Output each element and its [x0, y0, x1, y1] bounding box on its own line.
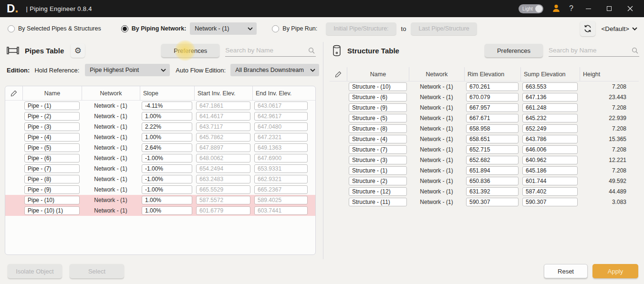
structure-sump-elev-input[interactable] — [522, 82, 578, 91]
pipe-name-input[interactable] — [24, 112, 80, 121]
pipe-end-elev-input[interactable] — [254, 122, 308, 131]
pipe-slope-input[interactable] — [142, 133, 192, 142]
profile-select[interactable]: <Default> — [601, 25, 637, 32]
pipe-start-elev-input[interactable] — [196, 196, 250, 204]
structure-sump-elev-input[interactable] — [522, 187, 578, 196]
structure-name-input[interactable] — [349, 93, 407, 101]
pipe-slope-input[interactable] — [142, 206, 192, 215]
pipe-slope-input[interactable] — [142, 112, 192, 121]
pipe-name-input[interactable] — [24, 196, 80, 204]
pipe-start-elev-input[interactable] — [196, 154, 250, 162]
structure-sump-elev-input[interactable] — [522, 177, 578, 185]
structure-sump-elev-input[interactable] — [522, 124, 578, 133]
apply-button[interactable]: Apply — [592, 264, 638, 278]
pipe-start-elev-input[interactable] — [196, 164, 250, 173]
pipes-settings-button[interactable]: ⚙ — [71, 43, 85, 58]
pipe-start-elev-input[interactable] — [196, 206, 250, 215]
pipe-end-elev-input[interactable] — [254, 154, 308, 162]
mode-by-selected[interactable]: By Selected Pipes & Structures — [8, 25, 101, 32]
hold-reference-select[interactable]: Pipe Highest Point — [85, 64, 170, 76]
pipe-end-elev-input[interactable] — [254, 164, 308, 173]
pipe-start-elev-input[interactable] — [196, 175, 250, 183]
structure-sump-elev-input[interactable] — [522, 145, 578, 154]
pipe-end-elev-input[interactable] — [254, 112, 308, 121]
structure-name-input[interactable] — [349, 114, 407, 122]
close-button[interactable] — [624, 4, 636, 13]
structure-name-input[interactable] — [349, 103, 407, 112]
pipe-end-elev-input[interactable] — [254, 143, 308, 152]
structure-rim-elev-input[interactable] — [466, 114, 519, 122]
mode-by-pipe-run[interactable]: By Pipe Run: — [272, 25, 317, 32]
pipes-search-input[interactable] — [225, 47, 316, 54]
structure-name-input[interactable] — [349, 145, 407, 154]
pipe-slope-input[interactable] — [142, 164, 192, 173]
structure-sump-elev-input[interactable] — [522, 135, 578, 143]
structure-name-input[interactable] — [349, 124, 407, 133]
refresh-button[interactable] — [580, 21, 595, 36]
maximize-button[interactable] — [603, 4, 615, 13]
pipe-end-elev-input[interactable] — [254, 185, 308, 194]
pipe-name-input[interactable] — [24, 185, 80, 194]
pipe-slope-input[interactable] — [142, 143, 192, 152]
pipe-start-elev-input[interactable] — [196, 143, 250, 152]
pipe-start-elev-input[interactable] — [196, 122, 250, 131]
structures-search-input[interactable] — [549, 47, 639, 54]
pipe-slope-input[interactable] — [142, 185, 192, 194]
structure-rim-elev-input[interactable] — [466, 177, 519, 185]
structure-name-input[interactable] — [349, 177, 407, 185]
pipe-start-elev-input[interactable] — [196, 133, 250, 142]
pipe-end-elev-input[interactable] — [254, 133, 308, 142]
isolate-object-button[interactable]: Isolate Object — [8, 264, 62, 278]
pipe-end-elev-input[interactable] — [254, 196, 308, 204]
radio-by-selected[interactable] — [8, 25, 15, 32]
radio-by-pipe-run[interactable] — [272, 25, 279, 32]
pipe-end-elev-input[interactable] — [254, 175, 308, 183]
structure-name-input[interactable] — [349, 135, 407, 143]
pipe-slope-input[interactable] — [142, 175, 192, 183]
structure-name-input[interactable] — [349, 166, 407, 175]
structure-sump-elev-input[interactable] — [522, 93, 578, 101]
pipe-slope-input[interactable] — [142, 101, 192, 110]
pipe-name-input[interactable] — [24, 122, 80, 131]
pipe-end-elev-input[interactable] — [254, 101, 308, 110]
pipe-slope-input[interactable] — [142, 154, 192, 162]
pipe-name-input[interactable] — [24, 143, 80, 152]
structure-rim-elev-input[interactable] — [466, 93, 519, 101]
structure-rim-elev-input[interactable] — [466, 103, 519, 112]
pipe-end-elev-input[interactable] — [254, 206, 308, 215]
pipe-start-elev-input[interactable] — [196, 101, 250, 110]
structure-rim-elev-input[interactable] — [466, 187, 519, 196]
structure-sump-elev-input[interactable] — [522, 156, 578, 164]
structure-name-input[interactable] — [349, 187, 407, 196]
pipe-start-elev-input[interactable] — [196, 185, 250, 194]
pipe-name-input[interactable] — [24, 154, 80, 162]
structure-rim-elev-input[interactable] — [466, 124, 519, 133]
structures-preferences-button[interactable]: Preferences — [485, 44, 543, 57]
pipe-name-input[interactable] — [24, 133, 80, 142]
structure-rim-elev-input[interactable] — [466, 198, 519, 206]
structure-name-input[interactable] — [349, 82, 407, 91]
pipe-slope-input[interactable] — [142, 196, 192, 204]
pipe-name-input[interactable] — [24, 101, 80, 110]
pipes-preferences-button[interactable]: Preferences — [161, 44, 219, 57]
mode-by-network[interactable]: By Piping Network: — [121, 25, 187, 32]
pipe-name-input[interactable] — [24, 206, 80, 215]
select-button[interactable]: Select — [70, 264, 124, 278]
auto-flow-select[interactable]: All Branches Downstream — [230, 64, 319, 76]
network-select[interactable]: Network - (1) — [190, 22, 257, 35]
structure-rim-elev-input[interactable] — [466, 156, 519, 164]
pipe-start-elev-input[interactable] — [196, 112, 250, 121]
help-button[interactable]: ? — [569, 4, 573, 13]
minimize-button[interactable] — [582, 4, 594, 13]
radio-by-network[interactable] — [121, 25, 128, 32]
pipe-slope-input[interactable] — [142, 122, 192, 131]
pipe-name-input[interactable] — [24, 175, 80, 183]
theme-toggle[interactable]: Light — [519, 4, 543, 13]
structure-rim-elev-input[interactable] — [466, 135, 519, 143]
structure-name-input[interactable] — [349, 198, 407, 206]
pipe-name-input[interactable] — [24, 164, 80, 173]
structure-sump-elev-input[interactable] — [522, 114, 578, 122]
last-pipe-button[interactable]: Last Pipe/Structure — [411, 22, 477, 35]
structure-rim-elev-input[interactable] — [466, 166, 519, 175]
structure-sump-elev-input[interactable] — [522, 103, 578, 112]
